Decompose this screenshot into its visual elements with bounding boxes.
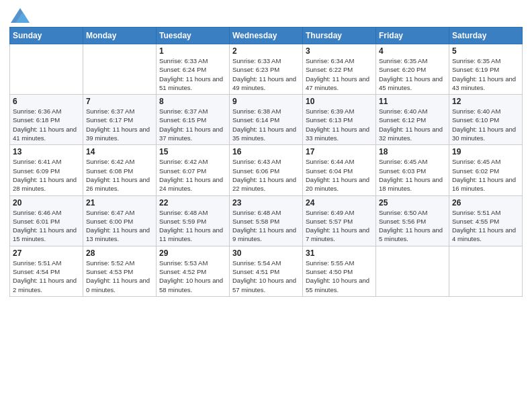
- day-info: Sunrise: 5:51 AM Sunset: 4:54 PM Dayligh…: [13, 259, 80, 294]
- day-info: Sunrise: 5:54 AM Sunset: 4:51 PM Dayligh…: [232, 259, 300, 294]
- page: SundayMondayTuesdayWednesdayThursdayFrid…: [0, 0, 532, 411]
- day-info: Sunrise: 6:33 AM Sunset: 6:23 PM Dayligh…: [232, 56, 300, 92]
- day-number: 7: [86, 97, 153, 106]
- day-info: Sunrise: 6:49 AM Sunset: 5:57 PM Dayligh…: [306, 208, 373, 244]
- day-number: 23: [232, 198, 300, 208]
- calendar-header-row: SundayMondayTuesdayWednesdayThursdayFrid…: [10, 28, 523, 44]
- calendar-weekday: Wednesday: [230, 28, 303, 44]
- calendar-cell: 28Sunrise: 5:52 AM Sunset: 4:53 PM Dayli…: [83, 246, 157, 296]
- day-number: 13: [13, 147, 80, 156]
- calendar-cell: 2Sunrise: 6:33 AM Sunset: 6:23 PM Daylig…: [230, 44, 303, 95]
- day-number: 15: [159, 147, 226, 156]
- day-number: 3: [306, 46, 373, 56]
- calendar-cell: 12Sunrise: 6:40 AM Sunset: 6:10 PM Dayli…: [449, 95, 523, 145]
- calendar-cell: 29Sunrise: 5:53 AM Sunset: 4:52 PM Dayli…: [157, 246, 230, 296]
- calendar-cell: 13Sunrise: 6:41 AM Sunset: 6:09 PM Dayli…: [10, 145, 83, 195]
- calendar-cell: 18Sunrise: 6:45 AM Sunset: 6:03 PM Dayli…: [376, 145, 449, 195]
- day-number: 20: [13, 198, 80, 208]
- logo-icon: [11, 8, 30, 23]
- calendar-cell: 23Sunrise: 6:48 AM Sunset: 5:58 PM Dayli…: [230, 195, 303, 246]
- calendar-weekday: Sunday: [10, 28, 83, 44]
- calendar-cell: 11Sunrise: 6:40 AM Sunset: 6:12 PM Dayli…: [376, 95, 449, 145]
- day-number: 31: [306, 248, 373, 258]
- day-info: Sunrise: 6:47 AM Sunset: 6:00 PM Dayligh…: [86, 208, 153, 244]
- day-info: Sunrise: 6:36 AM Sunset: 6:18 PM Dayligh…: [13, 107, 80, 142]
- calendar-cell: 21Sunrise: 6:47 AM Sunset: 6:00 PM Dayli…: [83, 195, 157, 246]
- calendar-cell: 19Sunrise: 6:45 AM Sunset: 6:02 PM Dayli…: [449, 145, 523, 195]
- day-number: 1: [159, 46, 226, 56]
- day-info: Sunrise: 5:51 AM Sunset: 4:55 PM Dayligh…: [452, 208, 519, 244]
- calendar-week-row: 27Sunrise: 5:51 AM Sunset: 4:54 PM Dayli…: [10, 246, 523, 296]
- day-number: 11: [379, 97, 446, 106]
- calendar-cell: [83, 44, 157, 95]
- calendar-week-row: 20Sunrise: 6:46 AM Sunset: 6:01 PM Dayli…: [10, 195, 523, 246]
- calendar-cell: 6Sunrise: 6:36 AM Sunset: 6:18 PM Daylig…: [10, 95, 83, 145]
- day-number: 6: [13, 97, 80, 106]
- calendar-cell: 27Sunrise: 5:51 AM Sunset: 4:54 PM Dayli…: [10, 246, 83, 296]
- day-number: 2: [232, 46, 300, 56]
- day-number: 28: [86, 248, 153, 258]
- calendar-weekday: Saturday: [449, 28, 523, 44]
- calendar-cell: 15Sunrise: 6:42 AM Sunset: 6:07 PM Dayli…: [157, 145, 230, 195]
- day-info: Sunrise: 6:44 AM Sunset: 6:04 PM Dayligh…: [306, 157, 373, 193]
- calendar-cell: 8Sunrise: 6:37 AM Sunset: 6:15 PM Daylig…: [157, 95, 230, 145]
- calendar-cell: 24Sunrise: 6:49 AM Sunset: 5:57 PM Dayli…: [303, 195, 376, 246]
- day-number: 12: [452, 97, 519, 106]
- day-info: Sunrise: 6:48 AM Sunset: 5:59 PM Dayligh…: [159, 208, 226, 244]
- calendar-cell: [376, 246, 449, 296]
- day-info: Sunrise: 6:39 AM Sunset: 6:13 PM Dayligh…: [306, 107, 373, 142]
- calendar-week-row: 6Sunrise: 6:36 AM Sunset: 6:18 PM Daylig…: [10, 95, 523, 145]
- calendar-week-row: 13Sunrise: 6:41 AM Sunset: 6:09 PM Dayli…: [10, 145, 523, 195]
- day-info: Sunrise: 6:35 AM Sunset: 6:20 PM Dayligh…: [379, 56, 446, 92]
- calendar-cell: 14Sunrise: 6:42 AM Sunset: 6:08 PM Dayli…: [83, 145, 157, 195]
- calendar-cell: [10, 44, 83, 95]
- day-number: 5: [452, 46, 519, 56]
- day-info: Sunrise: 6:34 AM Sunset: 6:22 PM Dayligh…: [306, 56, 373, 92]
- calendar-cell: 10Sunrise: 6:39 AM Sunset: 6:13 PM Dayli…: [303, 95, 376, 145]
- day-number: 30: [232, 248, 300, 258]
- day-info: Sunrise: 6:37 AM Sunset: 6:17 PM Dayligh…: [86, 107, 153, 142]
- day-info: Sunrise: 6:43 AM Sunset: 6:06 PM Dayligh…: [232, 157, 300, 193]
- day-number: 17: [306, 147, 373, 156]
- day-number: 24: [306, 198, 373, 208]
- calendar-weekday: Monday: [83, 28, 157, 44]
- calendar-cell: 30Sunrise: 5:54 AM Sunset: 4:51 PM Dayli…: [230, 246, 303, 296]
- day-info: Sunrise: 6:48 AM Sunset: 5:58 PM Dayligh…: [232, 208, 300, 244]
- calendar-weekday: Tuesday: [157, 28, 230, 44]
- day-info: Sunrise: 6:45 AM Sunset: 6:03 PM Dayligh…: [379, 157, 446, 193]
- calendar-weekday: Friday: [376, 28, 449, 44]
- day-info: Sunrise: 6:33 AM Sunset: 6:24 PM Dayligh…: [159, 56, 226, 92]
- day-info: Sunrise: 6:41 AM Sunset: 6:09 PM Dayligh…: [13, 157, 80, 193]
- day-info: Sunrise: 6:35 AM Sunset: 6:19 PM Dayligh…: [452, 56, 519, 92]
- calendar-weekday: Thursday: [303, 28, 376, 44]
- day-number: 19: [452, 147, 519, 156]
- day-info: Sunrise: 6:42 AM Sunset: 6:07 PM Dayligh…: [159, 157, 226, 193]
- calendar-cell: 17Sunrise: 6:44 AM Sunset: 6:04 PM Dayli…: [303, 145, 376, 195]
- day-number: 4: [379, 46, 446, 56]
- day-number: 25: [379, 198, 446, 208]
- day-info: Sunrise: 6:40 AM Sunset: 6:10 PM Dayligh…: [452, 107, 519, 142]
- calendar-cell: 7Sunrise: 6:37 AM Sunset: 6:17 PM Daylig…: [83, 95, 157, 145]
- day-number: 8: [159, 97, 226, 106]
- day-info: Sunrise: 6:50 AM Sunset: 5:56 PM Dayligh…: [379, 208, 446, 244]
- day-number: 16: [232, 147, 300, 156]
- calendar-cell: 9Sunrise: 6:38 AM Sunset: 6:14 PM Daylig…: [230, 95, 303, 145]
- calendar-week-row: 1Sunrise: 6:33 AM Sunset: 6:24 PM Daylig…: [10, 44, 523, 95]
- day-number: 21: [86, 198, 153, 208]
- calendar-cell: 31Sunrise: 5:55 AM Sunset: 4:50 PM Dayli…: [303, 246, 376, 296]
- calendar: SundayMondayTuesdayWednesdayThursdayFrid…: [9, 27, 523, 297]
- day-number: 14: [86, 147, 153, 156]
- day-number: 29: [159, 248, 226, 258]
- logo: [9, 9, 30, 23]
- header: [9, 7, 523, 23]
- day-info: Sunrise: 6:46 AM Sunset: 6:01 PM Dayligh…: [13, 208, 80, 244]
- day-info: Sunrise: 6:42 AM Sunset: 6:08 PM Dayligh…: [86, 157, 153, 193]
- calendar-cell: 1Sunrise: 6:33 AM Sunset: 6:24 PM Daylig…: [157, 44, 230, 95]
- day-info: Sunrise: 6:40 AM Sunset: 6:12 PM Dayligh…: [379, 107, 446, 142]
- day-info: Sunrise: 5:52 AM Sunset: 4:53 PM Dayligh…: [86, 259, 153, 294]
- calendar-cell: 4Sunrise: 6:35 AM Sunset: 6:20 PM Daylig…: [376, 44, 449, 95]
- calendar-cell: 3Sunrise: 6:34 AM Sunset: 6:22 PM Daylig…: [303, 44, 376, 95]
- day-number: 27: [13, 248, 80, 258]
- calendar-cell: 20Sunrise: 6:46 AM Sunset: 6:01 PM Dayli…: [10, 195, 83, 246]
- calendar-cell: 22Sunrise: 6:48 AM Sunset: 5:59 PM Dayli…: [157, 195, 230, 246]
